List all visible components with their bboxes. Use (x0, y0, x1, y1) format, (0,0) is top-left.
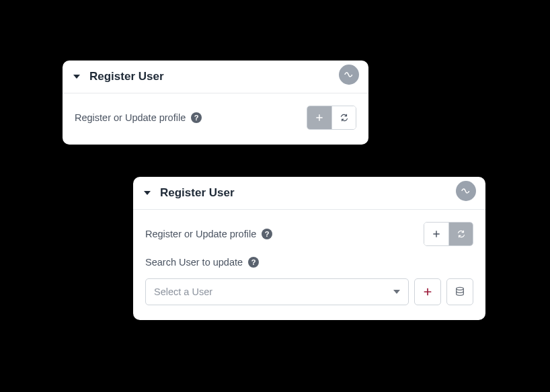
refresh-icon (457, 229, 466, 239)
register-update-toggle: Update (424, 222, 473, 246)
card-title: Register User (89, 70, 164, 83)
logo-icon (456, 181, 476, 201)
register-toggle-button[interactable] (424, 223, 448, 245)
database-icon (455, 286, 465, 297)
select-user-row: Select a User (145, 278, 473, 305)
label-wrap: Search User to update ? (145, 257, 259, 268)
plus-icon (315, 113, 324, 122)
card-title: Register User (160, 186, 235, 200)
register-user-card-register-mode: Register User Register or Update profile… (63, 61, 368, 145)
search-user-label: Search User to update (145, 257, 243, 268)
card-header: Register User (63, 61, 368, 93)
search-user-label-row: Search User to update ? (145, 257, 473, 268)
help-icon[interactable]: ? (191, 112, 202, 123)
logo-icon (339, 65, 359, 85)
register-update-row: Register or Update profile ? Update (145, 222, 473, 246)
update-toggle-button[interactable] (448, 223, 473, 245)
select-placeholder: Select a User (154, 286, 212, 297)
label-wrap: Register or Update profile ? (75, 112, 202, 123)
select-user-dropdown[interactable]: Select a User (145, 278, 409, 305)
help-icon[interactable]: ? (248, 257, 259, 268)
svg-point-0 (457, 287, 464, 290)
label-wrap: Register or Update profile ? (145, 229, 272, 239)
card-header: Register User (133, 177, 485, 210)
register-update-label: Register or Update profile (75, 112, 186, 123)
register-user-card-update-mode: Register User Register or Update profile… (133, 177, 485, 320)
chevron-down-icon (393, 290, 400, 294)
card-body: Register or Update profile ? Update Sear… (133, 210, 485, 320)
add-user-button[interactable] (414, 278, 441, 305)
register-update-label: Register or Update profile (145, 229, 256, 239)
register-update-toggle: Register (307, 106, 356, 130)
register-update-row: Register or Update profile ? Register (75, 106, 356, 130)
caret-down-icon[interactable] (144, 191, 151, 195)
refresh-icon (340, 113, 349, 122)
plus-icon (432, 229, 441, 239)
update-toggle-button[interactable] (331, 106, 356, 129)
plus-icon (422, 286, 433, 297)
caret-down-icon[interactable] (73, 75, 80, 79)
register-toggle-button[interactable] (307, 106, 331, 129)
help-icon[interactable]: ? (262, 229, 272, 239)
card-body: Register or Update profile ? Register (63, 93, 368, 145)
database-button[interactable] (446, 278, 473, 305)
